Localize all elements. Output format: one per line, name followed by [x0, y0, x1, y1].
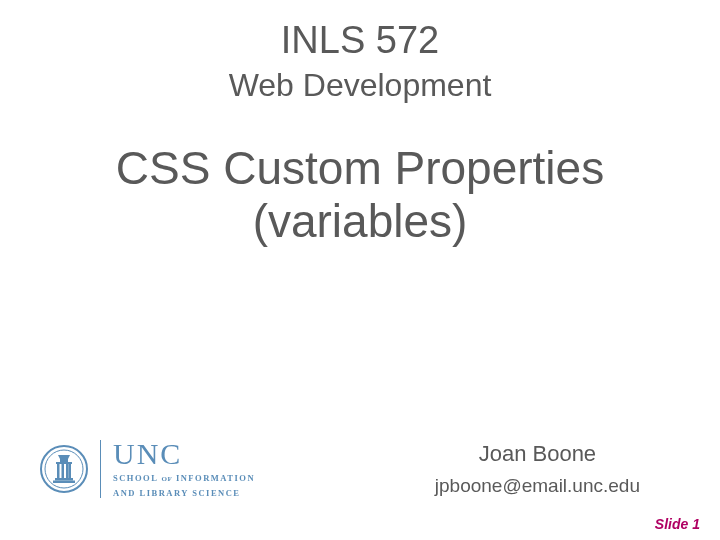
svg-rect-4	[57, 464, 60, 478]
main-title-line2: (variables)	[0, 195, 720, 248]
footer-area: UNC SCHOOL OF INFORMATION AND LIBRARY SC…	[0, 439, 720, 500]
unc-well-icon	[40, 440, 88, 498]
svg-rect-2	[60, 459, 68, 462]
logo-dept-line2: AND LIBRARY SCIENCE	[113, 488, 255, 499]
logo-block: UNC SCHOOL OF INFORMATION AND LIBRARY SC…	[40, 440, 255, 498]
svg-rect-10	[53, 481, 75, 484]
course-name: Web Development	[0, 66, 720, 104]
svg-rect-6	[66, 464, 69, 478]
main-title-line1: CSS Custom Properties	[0, 142, 720, 195]
logo-dept-suffix: INFORMATION	[176, 473, 255, 483]
slide-number: Slide 1	[655, 516, 700, 532]
course-code: INLS 572	[0, 18, 720, 64]
svg-rect-3	[56, 462, 72, 464]
svg-rect-8	[69, 464, 72, 478]
header-block: INLS 572 Web Development	[0, 0, 720, 104]
logo-org: UNC	[113, 439, 255, 469]
svg-rect-5	[62, 464, 65, 478]
author-email: jpboone@email.unc.edu	[435, 473, 640, 500]
logo-dept-of: OF	[162, 475, 173, 483]
author-block: Joan Boone jpboone@email.unc.edu	[435, 439, 680, 500]
author-name: Joan Boone	[435, 439, 640, 470]
svg-rect-9	[55, 478, 73, 481]
logo-dept-line1: SCHOOL OF INFORMATION	[113, 473, 255, 484]
main-title-block: CSS Custom Properties (variables)	[0, 142, 720, 248]
logo-text: UNC SCHOOL OF INFORMATION AND LIBRARY SC…	[100, 440, 255, 498]
logo-dept-prefix: SCHOOL	[113, 473, 158, 483]
